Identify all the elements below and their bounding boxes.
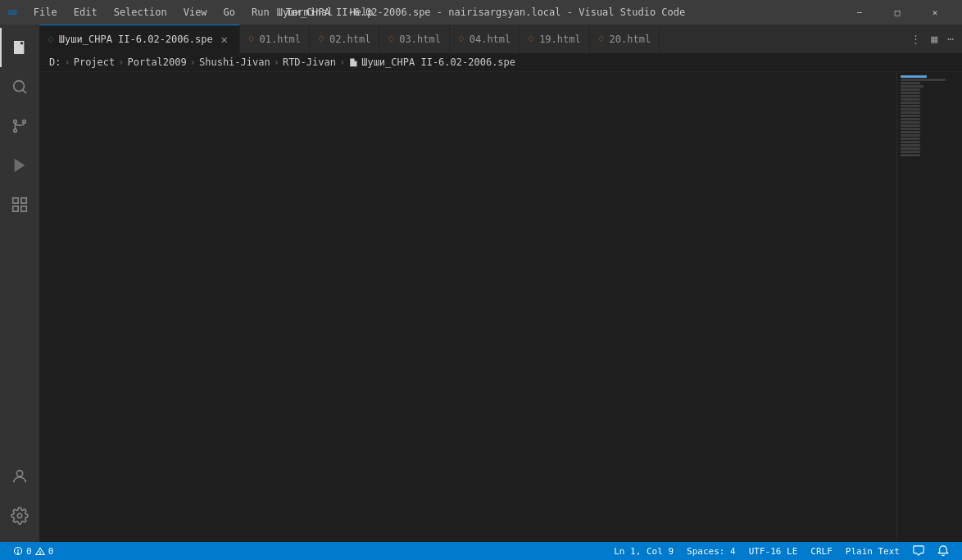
tab-html4-label: 04.html <box>470 34 511 45</box>
minimize-button[interactable]: − <box>841 0 878 25</box>
svg-point-12 <box>17 513 22 518</box>
svg-point-1 <box>14 81 25 92</box>
breadcrumb-project[interactable]: Project <box>74 56 116 68</box>
tab-spe-icon: ♢ <box>48 34 54 46</box>
tabs-bar: ♢ Шуши_CHPA II-6.02-2006.spe ✕ ♢ 01.html… <box>39 25 962 53</box>
tab-html1-icon: ♢ <box>248 33 255 45</box>
breadcrumb-sep1: › <box>64 56 70 68</box>
line-numbers <box>39 72 88 542</box>
svg-rect-10 <box>21 206 26 211</box>
svg-point-11 <box>16 471 22 476</box>
code-editor[interactable] <box>39 72 962 542</box>
tab-spe[interactable]: ♢ Шуши_CHPA II-6.02-2006.spe ✕ <box>39 25 240 53</box>
breadcrumb-portal[interactable]: Portal2009 <box>128 56 187 68</box>
menu-view[interactable]: View <box>177 5 214 20</box>
menu-selection[interactable]: Selection <box>107 5 174 20</box>
activity-explorer[interactable] <box>0 28 39 67</box>
status-bar: 0 0 Ln 1, Col 9 Spaces: 4 UTF-16 LE CRLF… <box>0 542 962 560</box>
tab-html4[interactable]: ♢ 04.html <box>450 25 520 53</box>
tab-html6-label: 20.html <box>610 34 651 45</box>
breadcrumb-rtd[interactable]: RTD-Jivan <box>283 56 336 68</box>
minimap <box>896 72 962 542</box>
svg-point-15 <box>17 553 18 553</box>
tab-html5-icon: ♢ <box>528 33 534 45</box>
status-line-ending[interactable]: CRLF <box>804 542 839 560</box>
activity-settings[interactable] <box>0 496 39 535</box>
title-bar: ⌨ File Edit Selection View Go Run Termin… <box>0 0 962 25</box>
svg-rect-7 <box>13 198 18 203</box>
maximize-button[interactable]: □ <box>878 0 916 25</box>
activity-bottom <box>0 457 39 542</box>
breadcrumb-sep5: › <box>339 56 345 68</box>
svg-point-5 <box>14 129 17 133</box>
window-controls: − □ ✕ <box>841 0 954 25</box>
activity-source-control[interactable] <box>0 106 39 146</box>
activity-run-debug[interactable] <box>0 146 39 185</box>
svg-point-3 <box>14 120 17 124</box>
svg-point-17 <box>39 553 40 554</box>
activity-account[interactable] <box>0 457 39 496</box>
menu-edit[interactable]: Edit <box>67 5 104 20</box>
tab-more-button[interactable]: ⋯ <box>944 31 957 47</box>
menu-file[interactable]: File <box>27 5 64 20</box>
editor-area: ♢ Шуши_CHPA II-6.02-2006.spe ✕ ♢ 01.html… <box>39 25 962 542</box>
tab-html5-label: 19.html <box>539 34 581 45</box>
breadcrumb-sep2: › <box>118 56 124 68</box>
status-spaces[interactable]: Spaces: 4 <box>680 542 742 560</box>
vscode-logo: ⌨ <box>8 4 17 21</box>
tab-html3[interactable]: ♢ 03.html <box>379 25 449 53</box>
tab-html2-icon: ♢ <box>318 33 324 45</box>
status-encoding[interactable]: UTF-16 LE <box>742 542 805 560</box>
status-position[interactable]: Ln 1, Col 9 <box>607 542 680 560</box>
tabs-overflow: ⋮ ▦ ⋯ <box>902 25 962 53</box>
tab-html3-label: 03.html <box>399 34 441 45</box>
svg-rect-9 <box>13 206 18 211</box>
tab-spe-close[interactable]: ✕ <box>218 33 231 46</box>
status-errors[interactable]: 0 0 <box>7 542 60 560</box>
code-content[interactable] <box>88 72 896 542</box>
tab-html2-label: 02.html <box>329 34 371 45</box>
tab-layout-button[interactable]: ▦ <box>928 31 941 47</box>
svg-rect-8 <box>21 198 26 203</box>
breadcrumb: D: › Project › Portal2009 › Shushi-Jivan… <box>39 53 962 72</box>
close-button[interactable]: ✕ <box>916 0 954 25</box>
activity-extensions[interactable] <box>0 185 39 224</box>
status-right: Ln 1, Col 9 Spaces: 4 UTF-16 LE CRLF Pla… <box>607 542 955 560</box>
svg-point-4 <box>23 120 26 124</box>
tab-split-button[interactable]: ⋮ <box>907 31 924 47</box>
svg-line-2 <box>23 90 26 93</box>
breadcrumb-sep3: › <box>190 56 196 68</box>
activity-bar <box>0 25 39 542</box>
window-title: Шуши_CHPA II-6.02-2006.spe - nairisargsy… <box>277 7 686 18</box>
status-notifications[interactable] <box>931 542 955 560</box>
tab-html4-icon: ♢ <box>458 33 465 45</box>
menu-run[interactable]: Run <box>245 5 276 20</box>
breadcrumb-shushi[interactable]: Shushi-Jivan <box>199 56 270 68</box>
breadcrumb-sep4: › <box>274 56 279 68</box>
tab-html5[interactable]: ♢ 19.html <box>520 25 589 53</box>
activity-search[interactable] <box>0 67 39 106</box>
status-language[interactable]: Plain Text <box>839 542 906 560</box>
main-area: ♢ Шуши_CHPA II-6.02-2006.spe ✕ ♢ 01.html… <box>0 25 962 542</box>
tab-html1-label: 01.html <box>260 34 302 45</box>
menu-go[interactable]: Go <box>217 5 242 20</box>
svg-marker-6 <box>15 159 25 173</box>
tab-html6[interactable]: ♢ 20.html <box>590 25 660 53</box>
status-feedback[interactable] <box>906 542 931 560</box>
breadcrumb-file[interactable]: Шуши_CHPA II-6.02-2006.spe <box>361 56 515 68</box>
tab-html1[interactable]: ♢ 01.html <box>240 25 310 53</box>
tab-html3-icon: ♢ <box>388 33 394 45</box>
tab-html2[interactable]: ♢ 02.html <box>310 25 379 53</box>
tab-html6-icon: ♢ <box>598 33 605 45</box>
breadcrumb-drive[interactable]: D: <box>49 56 61 68</box>
tab-spe-label: Шуши_CHPA II-6.02-2006.spe <box>59 34 213 45</box>
